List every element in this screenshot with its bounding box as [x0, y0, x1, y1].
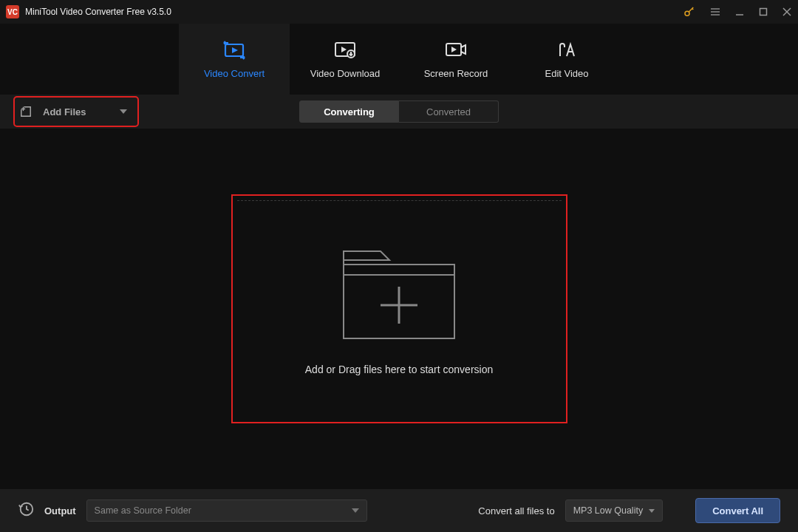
- app-logo: VC: [6, 5, 19, 18]
- convert-icon: [222, 40, 247, 61]
- tab-edit-video[interactable]: Edit Video: [511, 24, 622, 95]
- record-icon: [443, 40, 468, 61]
- content-area: Add or Drag files here to start conversi…: [0, 129, 798, 489]
- main-tabs: Video Convert Video Download Screen Reco…: [0, 24, 798, 95]
- tab-label: Screen Record: [424, 68, 488, 79]
- drop-zone[interactable]: Add or Drag files here to start conversi…: [231, 194, 567, 423]
- chevron-down-icon: [120, 109, 127, 114]
- add-files-label: Add Files: [43, 106, 86, 117]
- history-icon[interactable]: [18, 501, 34, 520]
- tab-label: Edit Video: [545, 68, 588, 79]
- titlebar: VC MiniTool Video Converter Free v3.5.0: [0, 0, 798, 24]
- svg-marker-14: [451, 47, 457, 52]
- tab-label: Video Convert: [204, 68, 265, 79]
- output-format-select[interactable]: MP3 Low Quality: [565, 499, 663, 522]
- add-files-button[interactable]: Add Files: [13, 96, 139, 127]
- add-file-icon: [19, 106, 33, 117]
- svg-marker-18: [120, 109, 127, 114]
- convert-all-label: Convert all files to: [478, 505, 554, 516]
- tab-converted[interactable]: Converted: [399, 100, 499, 123]
- chevron-down-icon: [352, 508, 359, 513]
- app-title: MiniTool Video Converter Free v3.5.0: [25, 7, 171, 17]
- titlebar-controls: [683, 5, 792, 18]
- svg-point-0: [685, 11, 689, 16]
- menu-icon[interactable]: [709, 6, 721, 18]
- download-icon: [332, 40, 358, 61]
- tab-label: Video Download: [310, 68, 380, 79]
- output-label: Output: [44, 505, 76, 516]
- edit-icon: [554, 40, 579, 61]
- conversion-status-tabs: Converting Converted: [299, 100, 499, 123]
- key-icon[interactable]: [683, 5, 696, 18]
- svg-rect-5: [760, 9, 767, 16]
- folder-plus-icon: [336, 242, 462, 346]
- minimize-button[interactable]: [734, 7, 745, 17]
- chevron-down-icon: [649, 509, 655, 513]
- svg-marker-24: [352, 508, 359, 513]
- tab-converting[interactable]: Converting: [299, 100, 399, 123]
- convert-all-button[interactable]: Convert All: [695, 498, 780, 523]
- output-folder-select[interactable]: Same as Source Folder: [86, 499, 367, 522]
- output-format-value: MP3 Low Quality: [573, 505, 643, 516]
- maximize-button[interactable]: [758, 7, 768, 17]
- toolbar: Add Files Converting Converted: [0, 95, 798, 129]
- close-button[interactable]: [782, 7, 792, 17]
- tab-video-convert[interactable]: Video Convert: [179, 24, 290, 95]
- drop-zone-text: Add or Drag files here to start conversi…: [305, 364, 493, 375]
- tab-video-download[interactable]: Video Download: [290, 24, 400, 95]
- svg-marker-9: [232, 47, 238, 53]
- tab-screen-record[interactable]: Screen Record: [400, 24, 511, 95]
- svg-marker-25: [649, 509, 655, 513]
- output-folder-value: Same as Source Folder: [95, 505, 191, 516]
- footer: Output Same as Source Folder Convert all…: [0, 489, 798, 532]
- svg-marker-11: [341, 47, 347, 52]
